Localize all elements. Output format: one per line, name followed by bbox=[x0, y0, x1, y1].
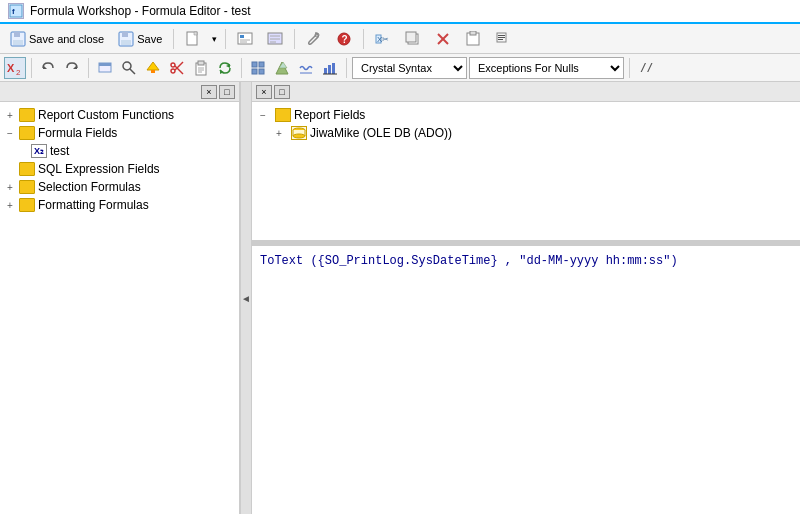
left-panel: × □ + Report Custom Functions − Formula … bbox=[0, 82, 240, 514]
panel-collapse-handle[interactable]: ◄ bbox=[240, 82, 252, 514]
browse-data-button[interactable] bbox=[94, 57, 116, 79]
db-icon bbox=[291, 126, 307, 140]
paste-button2[interactable] bbox=[190, 57, 212, 79]
separator6 bbox=[88, 58, 89, 78]
chart-icon bbox=[322, 60, 338, 76]
save-and-close-button[interactable]: Save and close bbox=[4, 27, 110, 51]
app-icon: f bbox=[8, 3, 24, 19]
tree-item-formula-fields[interactable]: − Formula Fields bbox=[0, 124, 239, 142]
tree-item-selection-formulas[interactable]: + Selection Formulas bbox=[0, 178, 239, 196]
copy-field-button[interactable] bbox=[399, 27, 427, 51]
save-and-close-icon bbox=[10, 31, 26, 47]
collapse-arrow-icon: ◄ bbox=[241, 293, 251, 304]
field-label: Report Fields bbox=[294, 108, 365, 122]
cut-field-button[interactable]: X✂ bbox=[369, 27, 397, 51]
svg-rect-54 bbox=[259, 62, 264, 67]
restore-right-panel-button[interactable]: □ bbox=[274, 85, 290, 99]
find-button[interactable] bbox=[489, 27, 517, 51]
svg-rect-31 bbox=[498, 39, 503, 40]
undo-button[interactable] bbox=[37, 57, 59, 79]
svg-point-43 bbox=[171, 69, 175, 73]
formula-editor[interactable] bbox=[252, 246, 800, 514]
right-panel: × □ − Report Fields + bbox=[252, 82, 800, 514]
cut-field-icon: X✂ bbox=[375, 31, 391, 47]
undo-icon bbox=[40, 60, 56, 76]
mountain-button[interactable] bbox=[271, 57, 293, 79]
svg-rect-53 bbox=[252, 62, 257, 67]
copy-field-icon bbox=[405, 31, 421, 47]
field-tree-item-jiwamike[interactable]: + JiwaMike (OLE DB (ADO)) bbox=[256, 124, 796, 142]
highlight-icon bbox=[145, 60, 161, 76]
save-and-close-label: Save and close bbox=[29, 33, 104, 45]
save-button[interactable]: Save bbox=[112, 27, 168, 51]
svg-point-66 bbox=[293, 134, 305, 138]
mountain-icon bbox=[274, 60, 290, 76]
x2-button[interactable]: X 2 bbox=[4, 57, 26, 79]
dropdown-arrow-icon: ▾ bbox=[212, 34, 217, 44]
restore-panel-button[interactable]: □ bbox=[219, 85, 235, 99]
search-button[interactable] bbox=[118, 57, 140, 79]
find-icon bbox=[495, 31, 511, 47]
svg-rect-61 bbox=[328, 65, 331, 74]
save-label: Save bbox=[137, 33, 162, 45]
svg-rect-29 bbox=[498, 37, 505, 38]
toolbar2: X 2 bbox=[0, 54, 800, 82]
wave-icon bbox=[298, 60, 314, 76]
minimize-panel-button[interactable]: × bbox=[201, 85, 217, 99]
tree-item-formatting-formulas[interactable]: + Formatting Formulas bbox=[0, 196, 239, 214]
browse-data-icon bbox=[97, 60, 113, 76]
formula-icon: X₂ bbox=[31, 144, 47, 158]
toolbar1: Save and close Save ▾ bbox=[0, 24, 800, 54]
tree-item-test[interactable]: X₂ test bbox=[0, 142, 239, 160]
tree-item-report-custom-functions[interactable]: + Report Custom Functions bbox=[0, 106, 239, 124]
exceptions-for-nulls-select[interactable]: Exceptions For Nulls Default Values For … bbox=[469, 57, 624, 79]
wrench-button[interactable] bbox=[300, 27, 328, 51]
folder-icon bbox=[19, 162, 35, 176]
delete-button[interactable] bbox=[429, 27, 457, 51]
properties-button[interactable] bbox=[261, 27, 289, 51]
svg-text:2: 2 bbox=[16, 68, 21, 77]
svg-rect-60 bbox=[324, 68, 327, 74]
x2-icon: X 2 bbox=[6, 59, 24, 77]
chart-button[interactable] bbox=[319, 57, 341, 79]
tree-item-sql-expression-fields[interactable]: SQL Expression Fields bbox=[0, 160, 239, 178]
separator7 bbox=[241, 58, 242, 78]
svg-rect-10 bbox=[240, 35, 244, 38]
tree-label: Report Custom Functions bbox=[38, 108, 174, 122]
field-tree-item-report-fields[interactable]: − Report Fields bbox=[256, 106, 796, 124]
browse-button[interactable] bbox=[231, 27, 259, 51]
close-right-panel-button[interactable]: × bbox=[256, 85, 272, 99]
svg-rect-7 bbox=[121, 40, 131, 45]
svg-marker-34 bbox=[43, 65, 47, 69]
new-button[interactable] bbox=[179, 27, 207, 51]
paste-field-button[interactable] bbox=[459, 27, 487, 51]
formula-tree: + Report Custom Functions − Formula Fiel… bbox=[0, 102, 239, 514]
svg-text:X: X bbox=[7, 62, 15, 74]
svg-rect-3 bbox=[14, 32, 20, 37]
grid-view-button[interactable] bbox=[247, 57, 269, 79]
comment-button[interactable]: // bbox=[635, 57, 658, 79]
separator4 bbox=[363, 29, 364, 49]
save-icon bbox=[118, 31, 134, 47]
svg-rect-62 bbox=[332, 63, 335, 74]
scissors-button[interactable] bbox=[166, 57, 188, 79]
svg-marker-40 bbox=[147, 62, 159, 70]
expander-icon bbox=[16, 145, 28, 157]
wave-button[interactable] bbox=[295, 57, 317, 79]
svg-rect-47 bbox=[198, 61, 204, 65]
refresh-button[interactable] bbox=[214, 57, 236, 79]
redo-button[interactable] bbox=[61, 57, 83, 79]
svg-rect-6 bbox=[122, 32, 128, 37]
tree-label: SQL Expression Fields bbox=[38, 162, 160, 176]
svg-marker-35 bbox=[73, 65, 77, 69]
main-content: × □ + Report Custom Functions − Formula … bbox=[0, 82, 800, 514]
new-dropdown-button[interactable]: ▾ bbox=[209, 27, 220, 51]
help-button[interactable]: ? bbox=[330, 27, 358, 51]
field-folder-icon bbox=[275, 108, 291, 122]
separator8 bbox=[346, 58, 347, 78]
field-label: JiwaMike (OLE DB (ADO)) bbox=[310, 126, 452, 140]
crystal-syntax-select[interactable]: Crystal Syntax Basic Syntax bbox=[352, 57, 467, 79]
redo-icon bbox=[64, 60, 80, 76]
highlight-button[interactable] bbox=[142, 57, 164, 79]
wrench-icon bbox=[306, 31, 322, 47]
